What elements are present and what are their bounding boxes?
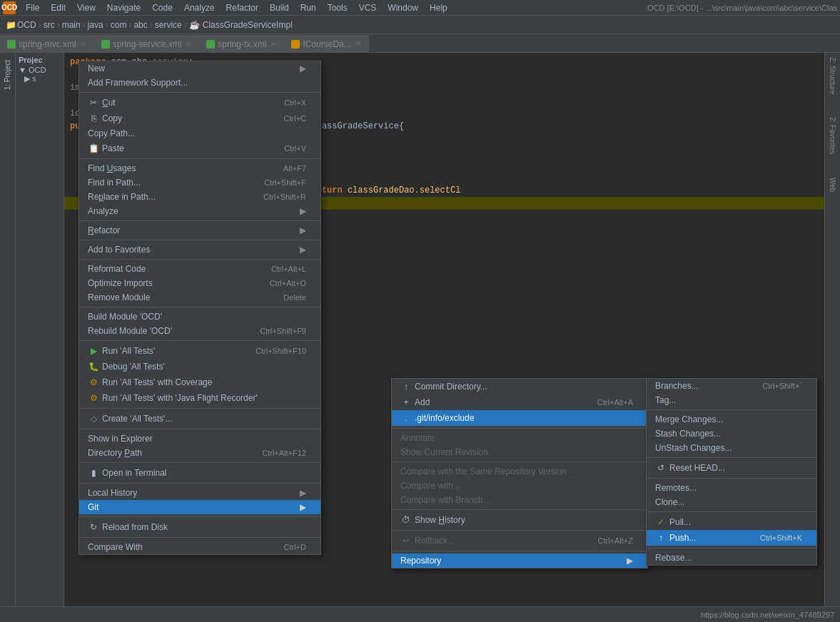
ctx-cut-shortcut: Ctrl+X <box>284 98 306 107</box>
ctx-reset-head[interactable]: ↺ Reset HEAD... <box>647 460 816 476</box>
bc-ocd[interactable]: OCD <box>17 20 36 30</box>
tab-spring-mvc[interactable]: spring-mvc.xml ✕ <box>0 35 94 52</box>
menu-refactor[interactable]: Refactor <box>221 1 264 14</box>
tab-close-spring-mvc[interactable]: ✕ <box>81 40 86 48</box>
rs-structure[interactable]: Z: Structure <box>827 53 838 98</box>
ctx-add-framework-label: Add Framework Support... <box>88 78 188 88</box>
ctx-run-coverage[interactable]: ⚙ Run 'All Tests' with Coverage <box>79 374 320 390</box>
ctx-reformat[interactable]: Reformat Code Ctrl+Alt+L <box>79 262 320 276</box>
ctx-local-history-label: Local History <box>88 488 137 498</box>
ctx-show-history[interactable]: ⏱ Show History <box>392 512 647 528</box>
ctx-git[interactable]: Git ▶ <box>79 500 320 514</box>
ctx-directory-path[interactable]: Directory Path Ctrl+Alt+F12 <box>79 446 320 460</box>
ctx-copy-path[interactable]: Copy Path... <box>79 126 320 141</box>
ctx-clone[interactable]: Clone... <box>647 495 816 509</box>
bc-abc[interactable]: abc <box>133 20 147 30</box>
ctx-paste[interactable]: 📋 Paste Ctrl+V <box>79 141 320 156</box>
rs-web[interactable]: Web <box>827 173 838 196</box>
ctx-compare-with[interactable]: Compare With Ctrl+D <box>79 540 320 554</box>
project-s-node[interactable]: ▶ s <box>19 74 61 83</box>
ctx-sep-11 <box>79 483 320 484</box>
ctx-debug-all-tests[interactable]: 🐛 Debug 'All Tests' <box>79 359 320 374</box>
ctx-tag[interactable]: Tag... <box>647 393 816 407</box>
ctx-git-exclude[interactable]: . .git/info/exclude <box>392 410 647 426</box>
menu-build[interactable]: Build <box>264 1 295 14</box>
tab-icourseda[interactable]: ICourseDa... ✕ <box>284 35 368 52</box>
ctx-create-all-tests[interactable]: ◇ Create 'All Tests'... <box>79 411 320 427</box>
menu-tools[interactable]: Tools <box>322 1 353 14</box>
ctx-replace-path[interactable]: Replace in Path... Ctrl+Shift+R <box>79 190 320 204</box>
ctx-rebase[interactable]: Rebase... <box>647 551 816 565</box>
menu-window[interactable]: Window <box>382 1 424 14</box>
bc-main[interactable]: main <box>62 20 81 30</box>
cut-icon: ✂ <box>88 97 99 108</box>
menu-view[interactable]: View <box>71 1 101 14</box>
ctx-run-all-tests-label: Run 'All Tests' <box>102 346 155 356</box>
ctx-stash[interactable]: Stash Changes... <box>647 427 816 441</box>
rs-favorites[interactable]: 2: Favorites <box>827 113 838 158</box>
ctx-local-history[interactable]: Local History ▶ <box>79 486 320 500</box>
menu-help[interactable]: Help <box>424 1 453 14</box>
ctx-cut[interactable]: ✂ Cut Ctrl+X <box>79 95 320 111</box>
ctx-open-terminal[interactable]: ▮ Open in Terminal <box>79 465 320 481</box>
bc-java[interactable]: java <box>88 20 103 30</box>
ctx-build-module[interactable]: Build Module 'OCD' <box>79 310 320 324</box>
ctx-unstash[interactable]: UnStash Changes... <box>647 441 816 455</box>
ctx-pull[interactable]: ✓ Pull... <box>647 514 816 530</box>
bc-com[interactable]: com <box>111 20 127 30</box>
ctx-commit-dir[interactable]: ↑ Commit Directory... <box>392 379 647 394</box>
ctx-refactor[interactable]: Refactor ▶ <box>79 223 320 238</box>
ctx-sep-13 <box>79 537 320 538</box>
menu-navigate[interactable]: Navigate <box>101 1 146 14</box>
ctx-find-path[interactable]: Find in Path... Ctrl+Shift+F <box>79 175 320 190</box>
ctx-find-usages[interactable]: Find Usages Alt+F7 <box>79 161 320 175</box>
menu-analyze[interactable]: Analyze <box>178 1 221 14</box>
menu-code[interactable]: Code <box>146 1 178 14</box>
ctx-remotes[interactable]: Remotes... <box>647 481 816 495</box>
tab-spring-service[interactable]: spring-service.xml ✕ <box>94 35 200 52</box>
tab-close-icourseda[interactable]: ✕ <box>355 40 361 48</box>
ctx-copy[interactable]: ⎘ Copy Ctrl+C <box>79 111 320 126</box>
ctx-compare-with2-label: Compare with... <box>400 481 460 491</box>
bc-class[interactable]: ClassGradeServiceImpl <box>203 20 293 30</box>
project-ocd-node[interactable]: ▼ OCD <box>19 66 61 74</box>
ctx-run-jfr[interactable]: ⚙ Run 'All Tests' with 'Java Flight Reco… <box>79 390 320 406</box>
create-icon: ◇ <box>88 413 99 424</box>
ctx-optimize[interactable]: Optimize Imports Ctrl+Alt+O <box>79 276 320 290</box>
ctx-run-all-tests[interactable]: ▶ Run 'All Tests' Ctrl+Shift+F10 <box>79 343 320 359</box>
context-menu-main[interactable]: New ▶ Add Framework Support... ✂ Cut Ctr… <box>79 61 321 555</box>
ctx-optimize-label: Optimize Imports <box>88 278 153 288</box>
menu-run[interactable]: Run <box>295 1 322 14</box>
tab-close-spring-service[interactable]: ✕ <box>186 40 191 48</box>
ctx-merge-changes[interactable]: Merge Changes... <box>647 412 816 427</box>
bc-src[interactable]: src <box>44 20 55 30</box>
ctx-paste-label: Paste <box>102 143 124 153</box>
menu-vcs[interactable]: VCS <box>353 1 383 14</box>
ctx-show-explorer[interactable]: Show in Explorer <box>79 432 320 446</box>
ctx-push[interactable]: ↑ Push... Ctrl+Shift+K <box>647 530 816 546</box>
ctx-analyze[interactable]: Analyze ▶ <box>79 204 320 218</box>
context-menu-vcs[interactable]: Branches... Ctrl+Shift+` Tag... Merge Ch… <box>646 378 817 566</box>
context-menu-git[interactable]: ↑ Commit Directory... + Add Ctrl+Alt+A .… <box>391 378 648 569</box>
ctx-add[interactable]: + Add Ctrl+Alt+A <box>392 394 647 410</box>
ctx-tag-label: Tag... <box>655 395 676 405</box>
bc-service[interactable]: service <box>155 20 182 30</box>
tab-close-spring-tx[interactable]: ✕ <box>270 40 276 48</box>
ctx-add-favorites[interactable]: Add to Favorites ▶ <box>79 243 320 257</box>
ctx-merge-changes-label: Merge Changes... <box>655 414 723 424</box>
menu-edit[interactable]: Edit <box>45 1 71 14</box>
ctx-remove-module[interactable]: Remove Module Delete <box>79 290 320 305</box>
tab-spring-tx[interactable]: spring-tx.xml ✕ <box>199 35 284 52</box>
app: OCD File Edit View Navigate Code Analyze… <box>0 0 840 622</box>
ctx-branches[interactable]: Branches... Ctrl+Shift+` <box>647 379 816 393</box>
ctx-vcs-sep-4 <box>647 511 816 512</box>
sidebar-item-project[interactable]: 1: Project <box>2 56 13 94</box>
menu-file[interactable]: File <box>20 1 45 14</box>
ctx-branches-label: Branches... <box>655 381 699 391</box>
ctx-new[interactable]: New ▶ <box>79 61 320 76</box>
ctx-rebuild-module[interactable]: Rebuild Module 'OCD' Ctrl+Shift+F9 <box>79 324 320 338</box>
ctx-reload-disk[interactable]: ↻ Reload from Disk <box>79 519 320 535</box>
ctx-repository[interactable]: Repository ▶ <box>392 554 647 568</box>
ctx-add-framework[interactable]: Add Framework Support... <box>79 76 320 90</box>
ctx-compare-with-shortcut: Ctrl+D <box>284 543 306 551</box>
